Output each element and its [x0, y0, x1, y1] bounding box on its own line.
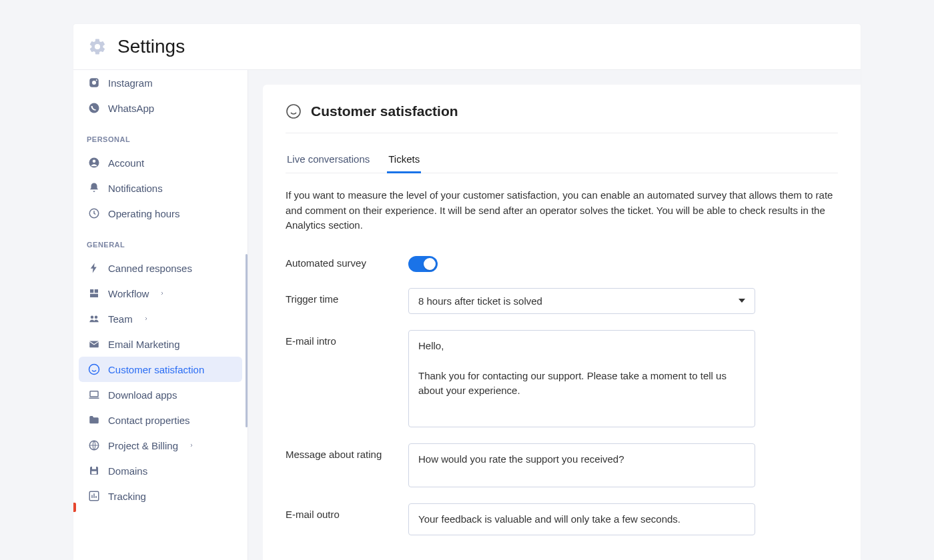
sidebar-item-label: Workflow: [108, 288, 149, 299]
sidebar-section-label: GENERAL: [73, 226, 248, 255]
textarea-email-outro[interactable]: Your feedback is valuable and will only …: [408, 503, 755, 536]
textarea-rating-message[interactable]: How would you rate the support you recei…: [408, 443, 755, 487]
sidebar-item-label: Notifications: [108, 183, 163, 194]
label-automated-survey: Automated survey: [286, 252, 408, 269]
mail-icon: [88, 338, 100, 350]
toggle-automated-survey[interactable]: [408, 256, 438, 272]
sidebar-item-billing[interactable]: Project & Billing: [79, 433, 242, 458]
body: InstagramWhatsAppPERSONALAccountNotifica…: [73, 70, 861, 560]
label-email-intro: E-mail intro: [286, 330, 408, 347]
sidebar-item-instagram[interactable]: Instagram: [79, 70, 242, 95]
settings-panel: Settings InstagramWhatsAppPERSONALAccoun…: [73, 24, 861, 560]
svg-point-5: [93, 160, 96, 163]
svg-point-1: [92, 81, 96, 85]
team-icon: [88, 313, 100, 325]
laptop-icon: [88, 389, 100, 401]
row-email-intro: E-mail intro Hello, Thank you for contac…: [286, 330, 838, 427]
label-email-outro: E-mail outro: [286, 503, 408, 520]
description-text: If you want to measure the level of your…: [286, 188, 838, 233]
content-header: Customer satisfaction: [286, 103, 838, 133]
chart-icon: [88, 490, 100, 502]
svg-point-3: [89, 103, 99, 113]
sidebar-item-email[interactable]: Email Marketing: [79, 331, 242, 357]
sidebar-item-account[interactable]: Account: [79, 150, 242, 175]
tab-live-conversations[interactable]: Live conversations: [286, 147, 371, 173]
svg-rect-18: [91, 471, 97, 475]
svg-point-2: [96, 79, 97, 81]
sidebar-item-operating-hours[interactable]: Operating hours: [79, 201, 242, 226]
chevron-right-icon: [159, 291, 165, 296]
sidebar-item-label: WhatsApp: [108, 103, 154, 114]
sidebar-item-workflow[interactable]: Workflow: [79, 281, 242, 306]
sidebar-item-label: Project & Billing: [108, 440, 178, 451]
sidebar-item-csat[interactable]: Customer satisfaction: [79, 357, 242, 382]
content-wrap: Customer satisfaction Live conversations…: [248, 70, 861, 560]
instagram-icon: [88, 77, 100, 89]
sidebar-section-label: PERSONAL: [73, 121, 248, 150]
workflow-icon: [88, 287, 100, 299]
label-rating-message: Message about rating: [286, 443, 408, 460]
sidebar-item-label: Contact properties: [108, 415, 190, 426]
chevron-right-icon: [189, 443, 194, 448]
sidebar-item-label: Email Marketing: [108, 339, 180, 350]
sidebar-item-notifications[interactable]: Notifications: [79, 175, 242, 201]
page-title: Settings: [117, 36, 185, 57]
sidebar-item-contact[interactable]: Contact properties: [79, 407, 242, 433]
row-email-outro: E-mail outro Your feedback is valuable a…: [286, 503, 838, 536]
gear-icon: [88, 37, 107, 56]
notification-badge: [73, 503, 76, 512]
clock-icon: [88, 207, 100, 219]
save-icon: [88, 465, 100, 477]
sidebar-item-label: Instagram: [108, 77, 153, 89]
content-title: Customer satisfaction: [311, 103, 458, 119]
sidebar-item-label: Team: [108, 313, 133, 325]
sidebar-item-download[interactable]: Download apps: [79, 382, 242, 407]
svg-point-20: [287, 105, 300, 118]
tabs: Live conversations Tickets: [286, 147, 838, 173]
sidebar-item-domains[interactable]: Domains: [79, 458, 242, 483]
svg-rect-9: [90, 294, 98, 297]
svg-point-13: [89, 365, 99, 375]
textarea-email-intro[interactable]: Hello, Thank you for contacting our supp…: [408, 330, 755, 427]
svg-rect-17: [92, 467, 96, 469]
scrollbar[interactable]: [246, 254, 248, 427]
sidebar-item-label: Account: [108, 157, 144, 169]
account-icon: [88, 157, 100, 169]
chevron-right-icon: [143, 316, 149, 321]
tab-tickets[interactable]: Tickets: [387, 147, 421, 173]
smile-icon: [88, 363, 100, 375]
folder-icon: [88, 414, 100, 426]
content: Customer satisfaction Live conversations…: [263, 85, 861, 560]
svg-point-11: [95, 316, 98, 319]
row-automated-survey: Automated survey: [286, 252, 838, 272]
sidebar-item-whatsapp[interactable]: WhatsApp: [79, 95, 242, 121]
select-trigger-time-value: 8 hours after ticket is solved: [418, 295, 542, 307]
sidebar-item-label: Domains: [108, 465, 147, 477]
sidebar-item-label: Canned responses: [108, 263, 192, 274]
sidebar-item-label: Operating hours: [108, 208, 180, 219]
row-trigger-time: Trigger time 8 hours after ticket is sol…: [286, 288, 838, 314]
whatsapp-icon: [88, 102, 100, 114]
svg-point-10: [91, 316, 94, 319]
svg-rect-14: [90, 391, 98, 397]
sidebar-item-canned[interactable]: Canned responses: [79, 255, 242, 281]
bolt-icon: [88, 262, 100, 274]
sidebar-item-label: Download apps: [108, 389, 177, 401]
sidebar-item-label: Tracking: [108, 491, 146, 502]
row-rating-message: Message about rating How would you rate …: [286, 443, 838, 487]
select-trigger-time[interactable]: 8 hours after ticket is solved: [408, 288, 755, 314]
bell-icon: [88, 182, 100, 194]
globe-icon: [88, 439, 100, 451]
sidebar: InstagramWhatsAppPERSONALAccountNotifica…: [73, 70, 248, 560]
sidebar-item-team[interactable]: Team: [79, 306, 242, 331]
sidebar-item-tracking[interactable]: Tracking: [79, 483, 242, 509]
sidebar-item-label: Customer satisfaction: [108, 364, 204, 375]
page-header: Settings: [73, 24, 861, 70]
label-trigger-time: Trigger time: [286, 288, 408, 305]
svg-rect-8: [95, 289, 98, 293]
svg-rect-7: [90, 289, 93, 293]
smile-icon: [286, 103, 302, 119]
chevron-down-icon: [739, 299, 745, 303]
